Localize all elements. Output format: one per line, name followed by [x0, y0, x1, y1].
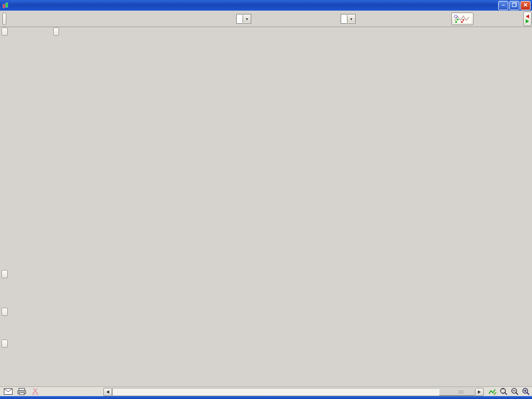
prorealtime-window: – ❐ ✕ ▼ ▼: [0, 0, 532, 399]
toolbar: ▼ ▼: [0, 11, 532, 27]
year-range-annotation: [53, 28, 59, 36]
magnifier-minus-icon: [510, 387, 519, 396]
minimize-button[interactable]: –: [498, 1, 508, 10]
scroll-right-button[interactable]: [475, 388, 484, 396]
titlebar: – ❐ ✕: [0, 0, 532, 11]
stoch-panel-header: [1, 340, 8, 348]
chart-scrollbar-track[interactable]: [112, 388, 474, 396]
triangle-right-icon: [478, 390, 481, 394]
sync-arrows-icon: [525, 14, 530, 24]
edit-chart-objects-button[interactable]: [487, 387, 498, 396]
magnifier-fit-icon: [499, 387, 508, 396]
pattern-detection-button[interactable]: [451, 13, 474, 25]
units-dropdown[interactable]: ▼: [236, 14, 251, 24]
window-bottom-border: [0, 396, 532, 399]
scissors-icon: [32, 388, 39, 395]
chevron-down-icon: ▼: [243, 15, 251, 23]
chart-edit-icon: [489, 388, 497, 396]
close-button[interactable]: ✕: [520, 1, 531, 10]
zoom-fit-button[interactable]: [498, 387, 509, 396]
drawing-tool-group: [2, 13, 6, 25]
zigzag-pattern-icon: [454, 14, 471, 23]
status-bar: [0, 386, 532, 397]
zoom-out-button[interactable]: [509, 387, 520, 396]
restore-button[interactable]: ❐: [509, 1, 519, 10]
rsi-panel-header: [1, 308, 8, 316]
zoom-in-button[interactable]: [520, 387, 531, 396]
triangle-left-icon: [106, 390, 110, 394]
copyright-line: [3, 262, 6, 268]
printer-icon: [17, 388, 26, 395]
timeframe-dropdown[interactable]: ▼: [341, 14, 356, 24]
envelope-icon: [4, 388, 13, 395]
collapse-side-panel-button[interactable]: [523, 12, 532, 26]
email-chart-button[interactable]: [3, 387, 14, 396]
candlestick-symbol-icon: [2, 2, 9, 9]
cut-tool-button[interactable]: [30, 387, 41, 396]
chevron-down-icon: ▼: [347, 15, 355, 23]
magnifier-plus-icon: [521, 387, 530, 396]
price-panel-header: [1, 28, 8, 36]
scroll-left-button[interactable]: [103, 388, 112, 396]
macd-panel-header: [1, 270, 8, 278]
print-chart-button[interactable]: [16, 387, 27, 396]
